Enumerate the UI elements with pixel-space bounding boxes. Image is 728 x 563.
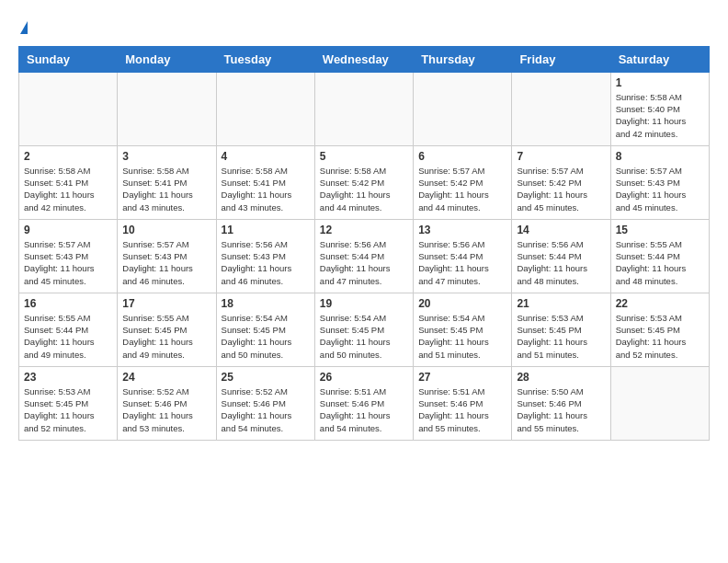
- day-number: 2: [24, 150, 112, 163]
- day-info: Sunrise: 5:58 AM Sunset: 5:42 PM Dayligh…: [320, 165, 408, 213]
- calendar-cell: 17Sunrise: 5:55 AM Sunset: 5:45 PM Dayli…: [118, 293, 216, 366]
- day-info: Sunrise: 5:56 AM Sunset: 5:44 PM Dayligh…: [320, 238, 408, 287]
- week-row-2: 2Sunrise: 5:58 AM Sunset: 5:41 PM Daylig…: [19, 145, 710, 219]
- day-info: Sunrise: 5:51 AM Sunset: 5:46 PM Dayligh…: [320, 385, 408, 434]
- calendar-cell: 5Sunrise: 5:58 AM Sunset: 5:42 PM Daylig…: [314, 145, 413, 219]
- calendar-cell: 18Sunrise: 5:54 AM Sunset: 5:45 PM Dayli…: [216, 293, 314, 366]
- day-number: 18: [222, 297, 310, 310]
- calendar-cell: 22Sunrise: 5:53 AM Sunset: 5:45 PM Dayli…: [610, 293, 709, 366]
- day-number: 17: [122, 297, 210, 310]
- col-header-sunday: Sunday: [19, 46, 118, 72]
- calendar-cell: 10Sunrise: 5:57 AM Sunset: 5:43 PM Dayli…: [118, 219, 216, 293]
- day-number: 9: [24, 224, 112, 236]
- calendar-cell: 2Sunrise: 5:58 AM Sunset: 5:41 PM Daylig…: [19, 145, 118, 219]
- day-number: 10: [122, 224, 210, 236]
- day-info: Sunrise: 5:57 AM Sunset: 5:43 PM Dayligh…: [616, 165, 704, 213]
- calendar-cell: 24Sunrise: 5:52 AM Sunset: 5:46 PM Dayli…: [118, 366, 216, 440]
- day-info: Sunrise: 5:57 AM Sunset: 5:43 PM Dayligh…: [24, 238, 112, 287]
- calendar-cell: [512, 72, 610, 145]
- day-number: 14: [517, 224, 605, 236]
- calendar-cell: [118, 72, 216, 145]
- calendar-cell: [610, 366, 709, 440]
- week-row-5: 23Sunrise: 5:53 AM Sunset: 5:45 PM Dayli…: [19, 366, 710, 440]
- calendar-cell: 9Sunrise: 5:57 AM Sunset: 5:43 PM Daylig…: [19, 219, 118, 293]
- day-number: 1: [616, 76, 704, 89]
- day-info: Sunrise: 5:56 AM Sunset: 5:43 PM Dayligh…: [222, 238, 310, 287]
- day-number: 27: [418, 371, 506, 384]
- day-number: 22: [616, 297, 704, 310]
- calendar-table: SundayMondayTuesdayWednesdayThursdayFrid…: [18, 46, 710, 441]
- calendar-cell: 15Sunrise: 5:55 AM Sunset: 5:44 PM Dayli…: [610, 219, 709, 293]
- day-number: 4: [222, 150, 310, 163]
- calendar-cell: 7Sunrise: 5:57 AM Sunset: 5:42 PM Daylig…: [512, 145, 610, 219]
- calendar-cell: 8Sunrise: 5:57 AM Sunset: 5:43 PM Daylig…: [610, 145, 709, 219]
- week-row-4: 16Sunrise: 5:55 AM Sunset: 5:44 PM Dayli…: [19, 293, 710, 366]
- day-info: Sunrise: 5:54 AM Sunset: 5:45 PM Dayligh…: [418, 312, 506, 361]
- calendar-cell: 25Sunrise: 5:52 AM Sunset: 5:46 PM Dayli…: [216, 366, 314, 440]
- calendar-cell: [216, 72, 314, 145]
- calendar-cell: 12Sunrise: 5:56 AM Sunset: 5:44 PM Dayli…: [314, 219, 413, 293]
- day-info: Sunrise: 5:52 AM Sunset: 5:46 PM Dayligh…: [222, 385, 310, 434]
- day-info: Sunrise: 5:58 AM Sunset: 5:41 PM Dayligh…: [122, 165, 210, 213]
- day-info: Sunrise: 5:58 AM Sunset: 5:41 PM Dayligh…: [222, 165, 310, 213]
- col-header-tuesday: Tuesday: [216, 46, 314, 72]
- calendar-cell: 14Sunrise: 5:56 AM Sunset: 5:44 PM Dayli…: [512, 219, 610, 293]
- day-number: 26: [320, 371, 408, 384]
- calendar-cell: 11Sunrise: 5:56 AM Sunset: 5:43 PM Dayli…: [216, 219, 314, 293]
- day-number: 21: [517, 297, 605, 310]
- day-info: Sunrise: 5:50 AM Sunset: 5:46 PM Dayligh…: [517, 385, 605, 434]
- day-info: Sunrise: 5:55 AM Sunset: 5:44 PM Dayligh…: [24, 312, 112, 361]
- day-number: 16: [24, 297, 112, 310]
- day-number: 5: [320, 150, 408, 163]
- logo: [18, 18, 28, 37]
- day-info: Sunrise: 5:57 AM Sunset: 5:42 PM Dayligh…: [418, 165, 506, 213]
- day-number: 15: [616, 224, 704, 236]
- page-header: [18, 18, 710, 37]
- calendar-cell: 13Sunrise: 5:56 AM Sunset: 5:44 PM Dayli…: [414, 219, 512, 293]
- day-info: Sunrise: 5:54 AM Sunset: 5:45 PM Dayligh…: [320, 312, 408, 361]
- col-header-wednesday: Wednesday: [314, 46, 413, 72]
- day-info: Sunrise: 5:53 AM Sunset: 5:45 PM Dayligh…: [24, 385, 112, 434]
- day-info: Sunrise: 5:58 AM Sunset: 5:40 PM Dayligh…: [616, 91, 704, 140]
- day-number: 23: [24, 371, 112, 384]
- col-header-monday: Monday: [118, 46, 216, 72]
- day-number: 12: [320, 224, 408, 236]
- day-info: Sunrise: 5:58 AM Sunset: 5:41 PM Dayligh…: [24, 165, 112, 213]
- day-info: Sunrise: 5:51 AM Sunset: 5:46 PM Dayligh…: [418, 385, 506, 434]
- day-info: Sunrise: 5:52 AM Sunset: 5:46 PM Dayligh…: [122, 385, 210, 434]
- day-info: Sunrise: 5:56 AM Sunset: 5:44 PM Dayligh…: [517, 238, 605, 287]
- day-number: 28: [517, 371, 605, 384]
- calendar-cell: 4Sunrise: 5:58 AM Sunset: 5:41 PM Daylig…: [216, 145, 314, 219]
- day-info: Sunrise: 5:53 AM Sunset: 5:45 PM Dayligh…: [616, 312, 704, 361]
- day-number: 3: [122, 150, 210, 163]
- day-info: Sunrise: 5:54 AM Sunset: 5:45 PM Dayligh…: [222, 312, 310, 361]
- calendar-cell: 21Sunrise: 5:53 AM Sunset: 5:45 PM Dayli…: [512, 293, 610, 366]
- day-number: 20: [418, 297, 506, 310]
- calendar-cell: 26Sunrise: 5:51 AM Sunset: 5:46 PM Dayli…: [314, 366, 413, 440]
- calendar-cell: 16Sunrise: 5:55 AM Sunset: 5:44 PM Dayli…: [19, 293, 118, 366]
- calendar-cell: 23Sunrise: 5:53 AM Sunset: 5:45 PM Dayli…: [19, 366, 118, 440]
- day-number: 7: [517, 150, 605, 163]
- calendar-cell: [19, 72, 118, 145]
- col-header-saturday: Saturday: [610, 46, 709, 72]
- day-number: 11: [222, 224, 310, 236]
- logo-triangle-icon: [20, 21, 28, 34]
- day-number: 19: [320, 297, 408, 310]
- day-info: Sunrise: 5:56 AM Sunset: 5:44 PM Dayligh…: [418, 238, 506, 287]
- day-number: 8: [616, 150, 704, 163]
- day-number: 6: [418, 150, 506, 163]
- day-number: 25: [222, 371, 310, 384]
- calendar-cell: 3Sunrise: 5:58 AM Sunset: 5:41 PM Daylig…: [118, 145, 216, 219]
- day-number: 24: [122, 371, 210, 384]
- calendar-cell: 28Sunrise: 5:50 AM Sunset: 5:46 PM Dayli…: [512, 366, 610, 440]
- calendar-cell: 1Sunrise: 5:58 AM Sunset: 5:40 PM Daylig…: [610, 72, 709, 145]
- calendar-cell: [414, 72, 512, 145]
- col-header-thursday: Thursday: [414, 46, 512, 72]
- day-number: 13: [418, 224, 506, 236]
- day-info: Sunrise: 5:55 AM Sunset: 5:45 PM Dayligh…: [122, 312, 210, 361]
- calendar-cell: 6Sunrise: 5:57 AM Sunset: 5:42 PM Daylig…: [414, 145, 512, 219]
- calendar-cell: 20Sunrise: 5:54 AM Sunset: 5:45 PM Dayli…: [414, 293, 512, 366]
- week-row-3: 9Sunrise: 5:57 AM Sunset: 5:43 PM Daylig…: [19, 219, 710, 293]
- calendar-cell: 19Sunrise: 5:54 AM Sunset: 5:45 PM Dayli…: [314, 293, 413, 366]
- col-header-friday: Friday: [512, 46, 610, 72]
